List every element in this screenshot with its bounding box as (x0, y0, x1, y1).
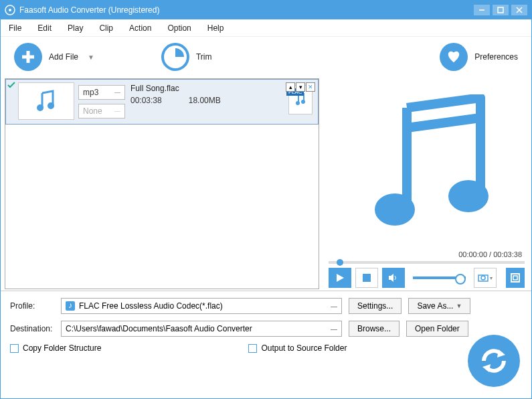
svg-rect-3 (498, 7, 503, 13)
checkmark-icon[interactable] (7, 81, 15, 89)
volume-button[interactable] (382, 268, 405, 288)
chevron-down-icon: — (331, 325, 337, 333)
file-duration: 00:03:38 (130, 96, 162, 105)
format-select[interactable]: mp3— (78, 85, 125, 100)
file-name: Full Song.flac (130, 84, 278, 93)
preferences-label: Preferences (474, 52, 518, 62)
convert-button[interactable] (468, 335, 520, 387)
options-row: Copy Folder Structure Output to Source F… (10, 343, 522, 353)
svg-point-20 (481, 276, 485, 280)
item-controls: ▴ ▾ ✕ (286, 82, 315, 92)
play-button[interactable] (329, 268, 351, 288)
close-button[interactable] (511, 5, 527, 15)
checkbox-box (248, 344, 257, 353)
destination-value: C:\Users\fawad\Documents\Faasoft Audio C… (66, 324, 252, 333)
preview-time: 00:00:00 / 00:03:38 (329, 249, 525, 260)
menu-action[interactable]: Action (129, 23, 151, 33)
menu-file[interactable]: File (9, 23, 21, 33)
title-bar: Faasoft Audio Converter (Unregistered) (1, 1, 531, 19)
trim-button[interactable]: Trim (161, 43, 212, 71)
destination-combo[interactable]: C:\Users\fawad\Documents\Faasoft Audio C… (61, 321, 342, 337)
music-note-icon (360, 94, 494, 235)
svg-point-9 (48, 102, 54, 109)
stop-button[interactable] (355, 268, 378, 288)
svg-text:♪: ♪ (68, 301, 72, 310)
app-icon (5, 5, 15, 15)
fullscreen-button[interactable] (506, 268, 525, 288)
item-up-button[interactable]: ▴ (286, 82, 295, 92)
menu-clip[interactable]: Clip (99, 23, 113, 33)
plus-icon (14, 43, 42, 71)
checkbox-box (10, 344, 19, 353)
profile-combo[interactable]: ♪ FLAC Free Lossless Audio Codec(*.flac)… (61, 298, 342, 314)
menu-bar: File Edit Play Clip Action Option Help (1, 19, 531, 37)
heart-icon (440, 43, 468, 71)
profile-value: FLAC Free Lossless Audio Codec(*.flac) (79, 301, 223, 311)
browse-button[interactable]: Browse... (349, 321, 400, 337)
toolbar: Add File ▼ Trim Preferences (1, 37, 531, 77)
trim-icon (161, 43, 189, 71)
profile-format-icon: ♪ (66, 301, 75, 311)
add-file-label: Add File (49, 52, 78, 62)
effect-select[interactable]: None— (78, 104, 125, 118)
destination-row: Destination: C:\Users\fawad\Documents\Fa… (10, 321, 522, 337)
open-folder-button[interactable]: Open Folder (406, 321, 468, 337)
copy-folder-checkbox[interactable]: Copy Folder Structure (10, 343, 101, 353)
file-item[interactable]: mp3— None— Full Song.flac 00:03:38 18.00… (5, 79, 319, 125)
svg-rect-21 (511, 274, 519, 282)
trim-label: Trim (196, 52, 212, 62)
profile-label: Profile: (10, 301, 54, 311)
menu-edit[interactable]: Edit (37, 23, 52, 33)
preview-canvas (329, 80, 525, 249)
maximize-button[interactable] (493, 5, 509, 15)
svg-point-16 (375, 193, 415, 226)
copy-folder-label: Copy Folder Structure (23, 343, 101, 353)
menu-play[interactable]: Play (68, 23, 83, 33)
output-source-label: Output to Source Folder (261, 343, 347, 353)
item-down-button[interactable]: ▾ (296, 82, 305, 92)
menu-option[interactable]: Option (167, 23, 191, 33)
svg-point-17 (448, 180, 489, 212)
main-area: mp3— None— Full Song.flac 00:03:38 18.00… (1, 77, 531, 291)
volume-slider[interactable] (413, 276, 466, 279)
svg-line-15 (407, 118, 480, 128)
snapshot-button[interactable]: ▾ (474, 268, 497, 288)
svg-rect-22 (513, 276, 517, 280)
minimize-button[interactable] (474, 5, 490, 15)
preview-panel: 00:00:00 / 00:03:38 ▾ (319, 77, 531, 291)
seek-bar[interactable] (329, 261, 525, 264)
player-controls: ▾ (329, 268, 525, 288)
file-list: mp3— None— Full Song.flac 00:03:38 18.00… (5, 78, 319, 289)
file-controls: mp3— None— (78, 85, 125, 124)
svg-point-1 (9, 9, 11, 11)
file-thumbnail (18, 82, 74, 120)
chevron-down-icon: — (331, 303, 337, 310)
menu-help[interactable]: Help (207, 23, 224, 33)
output-source-checkbox[interactable]: Output to Source Folder (248, 343, 347, 353)
svg-point-12 (301, 100, 305, 104)
window-title: Faasoft Audio Converter (Unregistered) (19, 5, 471, 15)
chevron-down-icon: ▼ (88, 54, 94, 61)
settings-button[interactable]: Settings... (349, 298, 402, 314)
profile-row: Profile: ♪ FLAC Free Lossless Audio Code… (10, 298, 522, 314)
add-file-button[interactable]: Add File ▼ (14, 43, 94, 71)
bottom-panel: Profile: ♪ FLAC Free Lossless Audio Code… (1, 291, 531, 360)
item-remove-button[interactable]: ✕ (306, 82, 315, 92)
file-meta: Full Song.flac 00:03:38 18.00MB (125, 80, 283, 124)
svg-rect-18 (363, 274, 371, 282)
save-as-button[interactable]: Save As...▼ (408, 298, 470, 314)
preferences-button[interactable]: Preferences (440, 43, 518, 71)
file-size: 18.00MB (189, 96, 221, 105)
destination-label: Destination: (10, 324, 54, 333)
convert-icon (478, 345, 509, 376)
